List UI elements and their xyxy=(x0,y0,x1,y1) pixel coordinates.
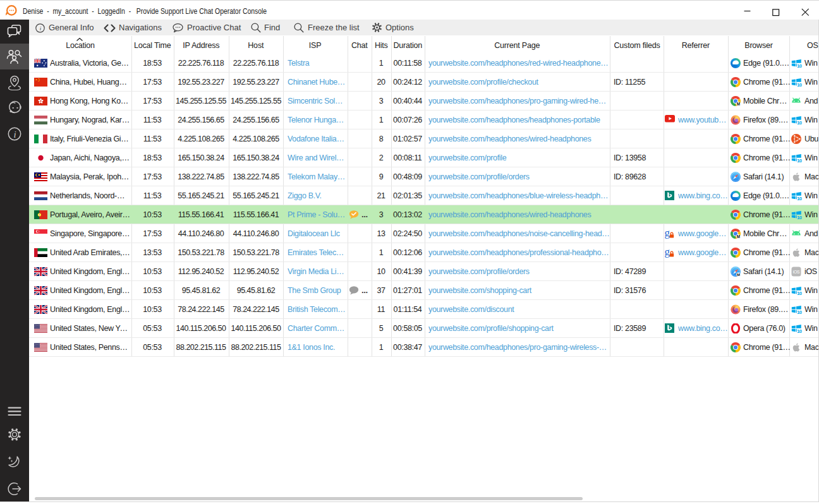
svg-text:g: g xyxy=(665,229,670,239)
svg-text:10: 10 xyxy=(797,158,802,163)
svg-text:10: 10 xyxy=(797,309,802,315)
svg-text:iOS: iOS xyxy=(793,270,800,274)
svg-text:i: i xyxy=(40,25,42,32)
svg-text:M: M xyxy=(737,102,740,106)
svg-text:10: 10 xyxy=(797,328,802,333)
svg-text:M: M xyxy=(737,273,740,277)
svg-text:10: 10 xyxy=(797,196,802,201)
svg-text:10: 10 xyxy=(797,291,802,296)
svg-text:M: M xyxy=(737,234,740,239)
svg-text:10: 10 xyxy=(797,120,802,125)
svg-text:10: 10 xyxy=(797,63,802,68)
svg-text:g: g xyxy=(665,248,670,258)
svg-text:10: 10 xyxy=(797,215,802,220)
svg-text:i: i xyxy=(14,129,16,140)
svg-text:10: 10 xyxy=(797,82,802,87)
